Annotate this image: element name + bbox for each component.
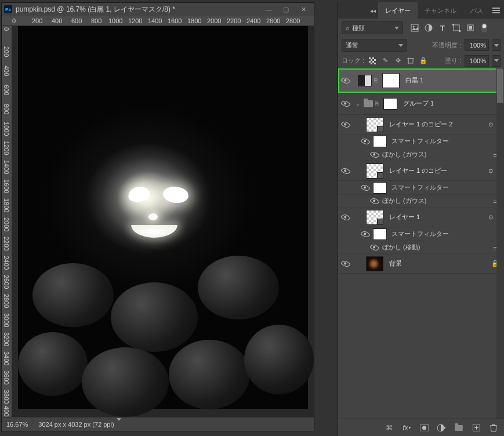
opacity-input[interactable]: 100% xyxy=(465,39,489,51)
visibility-toggle[interactable] xyxy=(358,185,373,191)
svg-rect-0 xyxy=(411,24,418,31)
smartfilter-header[interactable]: スマートフィルター xyxy=(338,135,504,148)
collapse-icon[interactable]: ◂◂ xyxy=(368,2,378,19)
svg-rect-3 xyxy=(454,25,459,31)
layer-mask-icon[interactable] xyxy=(419,423,429,433)
panel-footer: ⌘ fx▾ ▾ xyxy=(338,419,504,436)
layer-filter-select[interactable]: ⌕ 種類 xyxy=(342,21,403,34)
ruler-horizontal[interactable]: 0 200 400 600 800 1000 1200 1400 1600 18… xyxy=(2,16,314,26)
tab-paths[interactable]: パス xyxy=(463,2,490,19)
new-group-icon[interactable] xyxy=(454,423,463,433)
visibility-toggle[interactable] xyxy=(358,139,373,144)
fx-badge-icon[interactable]: ⊙ xyxy=(488,168,493,174)
visibility-toggle[interactable] xyxy=(358,231,373,237)
lock-artboard-icon[interactable] xyxy=(406,56,415,66)
layers-panel: ◂◂ レイヤー チャンネル パス ⌕ 種類 T 通常 不透明度 : 100% ロ… xyxy=(338,2,504,436)
filter-shape-icon[interactable] xyxy=(452,23,461,32)
fill-dropdown[interactable] xyxy=(492,55,501,67)
svg-point-17 xyxy=(422,426,426,430)
layer-fx-icon[interactable]: fx▾ xyxy=(402,423,411,433)
lock-position-icon[interactable]: ✥ xyxy=(393,56,403,66)
smartfilter-header[interactable]: スマートフィルター xyxy=(338,181,504,195)
layer-background[interactable]: 背景 🔒 xyxy=(338,254,504,274)
visibility-toggle[interactable] xyxy=(338,168,353,174)
layer-copy1[interactable]: レイヤー 1 のコピー ⊙ ˆ xyxy=(338,161,504,181)
svg-rect-7 xyxy=(469,26,472,30)
layer-name[interactable]: グループ 1 xyxy=(400,99,499,108)
delete-layer-icon[interactable] xyxy=(489,423,498,433)
layer-copy2[interactable]: レイヤー 1 のコピー 2 ⊙ ˆ xyxy=(338,115,504,135)
tab-layers[interactable]: レイヤー xyxy=(378,2,418,19)
adjustment-layer-icon[interactable]: ▾ xyxy=(437,423,446,433)
ruler-vertical[interactable]: 0 200 400 600 800 1000 1200 1400 1600 18… xyxy=(2,26,12,417)
visibility-toggle[interactable] xyxy=(367,245,382,250)
svg-rect-4 xyxy=(452,24,454,26)
fx-badge-icon[interactable]: ⊙ xyxy=(488,121,493,128)
visibility-toggle[interactable] xyxy=(338,122,353,128)
svg-rect-13 xyxy=(408,59,413,63)
layer-1[interactable]: レイヤー 1 ⊙ ˆ xyxy=(338,208,504,227)
filter-gauss[interactable]: ぼかし (ガウス) ⚌ xyxy=(338,148,504,161)
dimensions-display[interactable]: 3024 px x 4032 px (72 ppi) xyxy=(38,421,121,428)
close-button[interactable]: ✕ xyxy=(295,4,311,14)
filter-toggle-icon[interactable] xyxy=(480,23,489,32)
svg-rect-5 xyxy=(459,30,461,32)
visibility-toggle[interactable] xyxy=(338,215,353,220)
filter-mask-thumb xyxy=(373,182,387,194)
fill-label: 塗り : xyxy=(445,56,461,65)
canvas[interactable] xyxy=(12,26,314,417)
layer-name[interactable]: レイヤー 1 のコピー 2 xyxy=(386,120,486,129)
panel-tabs: ◂◂ レイヤー チャンネル パス xyxy=(338,2,504,19)
mask-thumb[interactable] xyxy=(382,73,400,88)
blend-mode-select[interactable]: 通常 xyxy=(342,39,407,52)
filter-smart-icon[interactable] xyxy=(466,23,475,32)
mask-thumb[interactable] xyxy=(383,98,397,110)
lock-transparency-icon[interactable] xyxy=(368,56,377,66)
layer-group1[interactable]: ⌄ ⎘ グループ 1 xyxy=(338,93,504,115)
filter-pixel-icon[interactable] xyxy=(410,23,419,32)
layer-thumb xyxy=(366,256,383,271)
layer-name[interactable]: 背景 xyxy=(386,259,489,268)
document-window: Ps pumpkin.psd @ 16.7% (白黒 1, レイヤーマスク/8)… xyxy=(1,2,314,431)
link-icon: ⎘ xyxy=(374,77,380,83)
layer-name[interactable]: レイヤー 1 のコピー xyxy=(386,166,486,175)
lock-label: ロック : xyxy=(342,56,364,65)
filter-gauss[interactable]: ぼかし (ガウス) ⚌ xyxy=(338,195,504,208)
maximize-button[interactable]: ▢ xyxy=(278,4,294,14)
tab-channels[interactable]: チャンネル xyxy=(418,2,463,19)
panel-menu-icon[interactable] xyxy=(490,2,502,19)
titlebar: Ps pumpkin.psd @ 16.7% (白黒 1, レイヤーマスク/8)… xyxy=(2,3,314,16)
link-layers-icon[interactable]: ⌘ xyxy=(385,423,394,433)
smartfilter-header[interactable]: スマートフィルター xyxy=(338,227,504,241)
visibility-toggle[interactable] xyxy=(338,78,353,83)
opacity-dropdown[interactable] xyxy=(492,39,501,51)
disclosure-icon[interactable]: ⌄ xyxy=(356,101,361,107)
lock-paint-icon[interactable]: ✎ xyxy=(380,56,390,66)
image-preview xyxy=(18,26,308,409)
filter-move[interactable]: ぼかし (移動) ⚌ xyxy=(338,241,504,254)
layer-adjustment-bw[interactable]: ⎘ 白黒 1 xyxy=(338,68,504,93)
statusbar: 16.67% 3024 px x 4032 px (72 ppi) xyxy=(2,417,314,431)
new-layer-icon[interactable] xyxy=(472,423,481,433)
visibility-toggle[interactable] xyxy=(367,152,382,158)
filter-adjust-icon[interactable] xyxy=(424,23,433,32)
adjustment-thumb xyxy=(358,75,372,86)
visibility-toggle[interactable] xyxy=(338,261,353,267)
minimize-button[interactable]: — xyxy=(260,4,277,14)
layer-name[interactable]: レイヤー 1 xyxy=(386,213,486,221)
fx-badge-icon[interactable]: ⊙ xyxy=(488,214,493,220)
folder-icon xyxy=(364,100,373,107)
visibility-toggle[interactable] xyxy=(367,198,382,204)
svg-point-9 xyxy=(483,24,487,28)
lock-all-icon[interactable]: 🔒 xyxy=(419,56,428,66)
visibility-toggle[interactable] xyxy=(338,101,353,107)
smartobject-thumb xyxy=(366,164,383,179)
zoom-display[interactable]: 16.67% xyxy=(6,421,28,428)
document-title: pumpkin.psd @ 16.7% (白黒 1, レイヤーマスク/8) * xyxy=(16,5,257,14)
filter-mask-thumb xyxy=(373,136,387,147)
fill-input[interactable]: 100% xyxy=(465,55,489,67)
layers-list: ⎘ 白黒 1 ⌄ ⎘ グループ 1 レイヤー 1 のコピー 2 ⊙ ˆ スマート xyxy=(338,68,504,419)
layers-scrollbar[interactable] xyxy=(496,68,504,419)
layer-name[interactable]: 白黒 1 xyxy=(402,76,499,85)
filter-type-icon[interactable]: T xyxy=(438,23,447,32)
